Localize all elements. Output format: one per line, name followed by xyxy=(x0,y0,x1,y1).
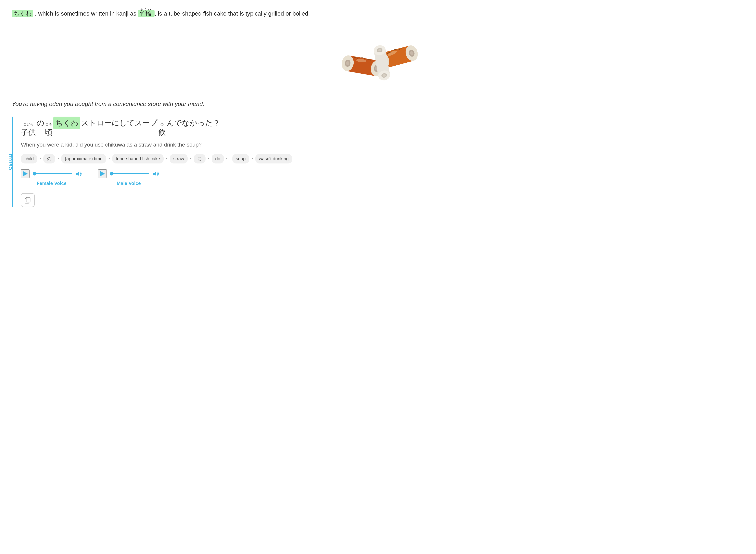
casual-label: Casual xyxy=(7,153,14,170)
word-tag-straw[interactable]: straw xyxy=(170,154,188,164)
dot-5: • xyxy=(190,156,191,162)
dot-8: • xyxy=(251,156,253,162)
word-tag-fishcake[interactable]: tube-shaped fish cake xyxy=(112,154,164,164)
female-play-button[interactable] xyxy=(21,169,30,178)
word-tag-do[interactable]: do xyxy=(212,154,224,164)
female-voice-slider[interactable] xyxy=(33,173,72,174)
word-tag-time[interactable]: (approximate) time xyxy=(61,154,106,164)
word-no: の 飲 xyxy=(158,123,166,138)
svg-rect-26 xyxy=(76,173,77,175)
intro-text-before: , which is sometimes written in kanji as xyxy=(35,10,138,17)
dot-2: • xyxy=(57,156,59,162)
dot-7: • xyxy=(226,156,228,162)
word-kodomo: こども 子供 xyxy=(21,123,36,138)
dot-6: • xyxy=(208,156,209,162)
intro-text-after: , is a tube-shaped fish cake that is typ… xyxy=(155,10,310,17)
word-tag-wasnt-drinking[interactable]: wasn't drinking xyxy=(255,154,292,164)
english-translation: When you were a kid, did you use chikuwa… xyxy=(21,141,744,149)
audio-controls: Female Voice xyxy=(21,169,744,187)
word-tags-container: child • の • (approximate) time • tube-sh… xyxy=(21,154,744,164)
male-voice-control: Male Voice xyxy=(98,169,160,187)
male-voice-slider[interactable] xyxy=(110,173,149,174)
copy-icon xyxy=(24,197,31,204)
word-chikuwa-highlight[interactable]: ちくわ xyxy=(53,117,80,129)
word-tag-no[interactable]: の xyxy=(43,154,55,164)
male-volume-icon[interactable] xyxy=(153,170,160,177)
copy-button[interactable] xyxy=(21,193,35,207)
male-voice-row xyxy=(98,169,160,178)
female-play-icon xyxy=(23,171,28,176)
female-voice-row xyxy=(21,169,82,178)
dot-1: • xyxy=(40,156,41,162)
word-kanji-highlight[interactable]: 竹輪 ちくわ xyxy=(138,10,155,17)
dialogue-content: こども 子供 の ころ 頃 ちくわ ストローにしてスープ の 飲 んでなかった？… xyxy=(21,117,744,207)
scene-description: You're having oden you bought from a con… xyxy=(12,99,744,109)
female-slider-thumb xyxy=(33,172,36,175)
female-voice-control: Female Voice xyxy=(21,169,82,187)
male-voice-label: Male Voice xyxy=(117,180,141,187)
word-koro: ころ 頃 xyxy=(45,123,53,138)
dialogue-card: Casual こども 子供 の ころ 頃 ちくわ ストローにしてスープ の 飲 … xyxy=(12,117,744,207)
intro-paragraph: ちくわ , which is sometimes written in kanj… xyxy=(12,8,744,18)
female-voice-label: Female Voice xyxy=(37,180,66,187)
svg-rect-27 xyxy=(153,173,155,175)
svg-rect-29 xyxy=(26,197,30,202)
dot-4: • xyxy=(166,156,167,162)
word-tag-ni[interactable]: に xyxy=(194,154,206,164)
word-tag-soup[interactable]: soup xyxy=(232,154,249,164)
chikuwa-image xyxy=(12,26,744,90)
male-slider-thumb xyxy=(110,172,113,175)
word-hiragana-highlight[interactable]: ちくわ xyxy=(12,10,33,17)
female-volume-icon[interactable] xyxy=(75,170,82,177)
word-tag-child[interactable]: child xyxy=(21,154,37,164)
male-play-button[interactable] xyxy=(98,169,107,178)
japanese-sentence: こども 子供 の ころ 頃 ちくわ ストローにしてスープ の 飲 んでなかった？ xyxy=(21,117,744,138)
dot-3: • xyxy=(109,156,110,162)
male-play-icon xyxy=(100,171,105,176)
